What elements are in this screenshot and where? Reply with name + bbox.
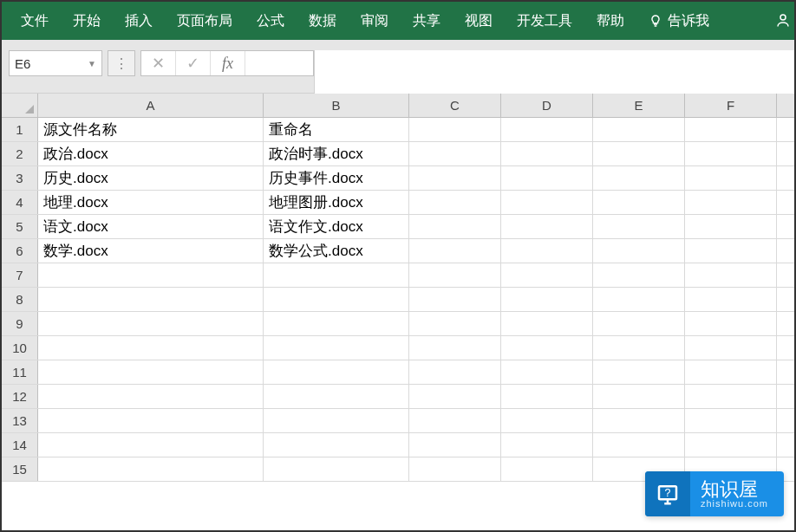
cell[interactable]: 历史.docx bbox=[38, 166, 264, 190]
cell[interactable] bbox=[685, 142, 777, 165]
tellme-button[interactable]: 告诉我 bbox=[636, 2, 721, 40]
row-header[interactable]: 12 bbox=[2, 385, 38, 408]
cell[interactable] bbox=[593, 385, 685, 408]
row-header[interactable]: 8 bbox=[2, 288, 38, 311]
cell[interactable] bbox=[685, 288, 777, 311]
cell[interactable]: 数学公式.docx bbox=[264, 239, 409, 263]
cell[interactable] bbox=[685, 215, 777, 238]
cell[interactable] bbox=[501, 166, 593, 190]
cell[interactable] bbox=[593, 215, 685, 238]
cell[interactable] bbox=[409, 142, 501, 165]
cell[interactable] bbox=[409, 191, 501, 214]
ribbon-tab[interactable]: 数据 bbox=[297, 2, 349, 40]
cell[interactable] bbox=[593, 288, 685, 311]
row-header[interactable]: 15 bbox=[2, 457, 38, 481]
column-header[interactable]: E bbox=[593, 94, 685, 117]
ribbon-tab[interactable]: 页面布局 bbox=[165, 2, 245, 40]
cell[interactable] bbox=[501, 263, 593, 287]
row-header[interactable]: 13 bbox=[2, 409, 38, 432]
dropdown-icon[interactable]: ▼ bbox=[88, 59, 96, 68]
row-header[interactable]: 7 bbox=[2, 263, 38, 287]
cell[interactable] bbox=[264, 360, 409, 384]
cell[interactable] bbox=[593, 118, 685, 141]
cell[interactable] bbox=[685, 312, 777, 335]
cell[interactable] bbox=[501, 336, 593, 360]
cell[interactable] bbox=[501, 215, 593, 238]
cell[interactable] bbox=[685, 336, 777, 360]
cell[interactable] bbox=[38, 385, 264, 408]
cell[interactable]: 政治.docx bbox=[38, 142, 264, 165]
ribbon-tab[interactable]: 帮助 bbox=[584, 2, 636, 40]
row-header[interactable]: 4 bbox=[2, 191, 38, 214]
row-header[interactable]: 9 bbox=[2, 312, 38, 335]
cell[interactable]: 数学.docx bbox=[38, 239, 264, 263]
cell[interactable] bbox=[264, 336, 409, 360]
row-header[interactable]: 14 bbox=[2, 433, 38, 457]
cell[interactable]: 语文作文.docx bbox=[264, 215, 409, 238]
cell[interactable] bbox=[685, 263, 777, 287]
cell[interactable] bbox=[409, 433, 501, 457]
cell[interactable] bbox=[501, 288, 593, 311]
cell[interactable] bbox=[501, 312, 593, 335]
cell[interactable] bbox=[501, 360, 593, 384]
cell[interactable] bbox=[593, 166, 685, 190]
cell[interactable] bbox=[409, 336, 501, 360]
cell[interactable] bbox=[38, 457, 264, 481]
name-box[interactable]: E6 ▼ bbox=[9, 50, 102, 76]
cell[interactable] bbox=[264, 263, 409, 287]
cell[interactable] bbox=[409, 360, 501, 384]
cell[interactable] bbox=[685, 239, 777, 263]
row-header[interactable]: 6 bbox=[2, 239, 38, 263]
cell[interactable] bbox=[264, 385, 409, 408]
ribbon-tab[interactable]: 审阅 bbox=[349, 2, 401, 40]
cell[interactable] bbox=[593, 239, 685, 263]
cell[interactable] bbox=[38, 312, 264, 335]
cell[interactable] bbox=[593, 142, 685, 165]
cell[interactable] bbox=[409, 239, 501, 263]
cell[interactable] bbox=[685, 433, 777, 457]
cell[interactable] bbox=[501, 142, 593, 165]
ribbon-tab[interactable]: 公式 bbox=[245, 2, 297, 40]
cell[interactable] bbox=[501, 385, 593, 408]
ribbon-tab[interactable]: 共享 bbox=[401, 2, 453, 40]
cell[interactable] bbox=[409, 118, 501, 141]
cell[interactable]: 地理图册.docx bbox=[264, 191, 409, 214]
cell[interactable] bbox=[685, 385, 777, 408]
column-header[interactable]: C bbox=[409, 94, 501, 117]
enter-icon[interactable]: ✓ bbox=[176, 51, 211, 75]
cell[interactable] bbox=[38, 336, 264, 360]
cell[interactable] bbox=[593, 312, 685, 335]
row-header[interactable]: 10 bbox=[2, 336, 38, 360]
ribbon-tab[interactable]: 插入 bbox=[113, 2, 165, 40]
share-icon[interactable] bbox=[775, 10, 791, 29]
cell[interactable] bbox=[409, 312, 501, 335]
cell[interactable]: 重命名 bbox=[264, 118, 409, 141]
cell[interactable] bbox=[409, 409, 501, 432]
select-all-corner[interactable] bbox=[2, 94, 38, 117]
cell[interactable]: 语文.docx bbox=[38, 215, 264, 238]
cell[interactable] bbox=[685, 118, 777, 141]
cell[interactable] bbox=[685, 191, 777, 214]
cell[interactable] bbox=[409, 215, 501, 238]
cell[interactable] bbox=[38, 433, 264, 457]
cell[interactable]: 政治时事.docx bbox=[264, 142, 409, 165]
cell[interactable] bbox=[593, 263, 685, 287]
cell[interactable] bbox=[409, 166, 501, 190]
cell[interactable] bbox=[38, 288, 264, 311]
cell[interactable] bbox=[593, 191, 685, 214]
row-header[interactable]: 5 bbox=[2, 215, 38, 238]
cell[interactable] bbox=[501, 118, 593, 141]
ribbon-tab[interactable]: 开始 bbox=[61, 2, 113, 40]
row-header[interactable]: 11 bbox=[2, 360, 38, 384]
row-header[interactable]: 2 bbox=[2, 142, 38, 165]
cell[interactable] bbox=[38, 360, 264, 384]
cell[interactable] bbox=[685, 166, 777, 190]
cell[interactable] bbox=[501, 191, 593, 214]
ribbon-tab[interactable]: 文件 bbox=[9, 2, 61, 40]
cell[interactable] bbox=[409, 457, 501, 481]
column-header[interactable]: D bbox=[501, 94, 593, 117]
expand-button[interactable]: ⋮ bbox=[108, 50, 135, 76]
cell[interactable] bbox=[593, 360, 685, 384]
row-header[interactable]: 1 bbox=[2, 118, 38, 141]
cell[interactable] bbox=[264, 288, 409, 311]
